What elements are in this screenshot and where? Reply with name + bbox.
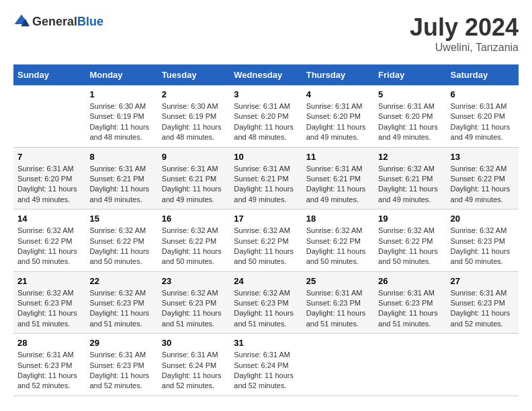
calendar-cell: 25Sunrise: 6:31 AMSunset: 6:23 PMDayligh… [302, 271, 374, 334]
day-info: Sunrise: 6:32 AMSunset: 6:21 PMDaylight:… [378, 164, 442, 205]
day-info: Sunrise: 6:32 AMSunset: 6:23 PMDaylight:… [89, 288, 153, 330]
day-number: 5 [378, 89, 442, 99]
week-row-4: 21Sunrise: 6:32 AMSunset: 6:23 PMDayligh… [13, 271, 519, 334]
day-number: 20 [451, 214, 515, 224]
header-cell-saturday: Saturday [447, 64, 519, 85]
day-info: Sunrise: 6:31 AMSunset: 6:23 PMDaylight:… [306, 288, 370, 330]
day-info: Sunrise: 6:32 AMSunset: 6:22 PMDaylight:… [451, 164, 515, 205]
calendar-cell: 20Sunrise: 6:32 AMSunset: 6:23 PMDayligh… [447, 210, 519, 272]
day-info: Sunrise: 6:31 AMSunset: 6:21 PMDaylight:… [162, 164, 226, 205]
calendar-cell: 24Sunrise: 6:32 AMSunset: 6:23 PMDayligh… [230, 271, 302, 334]
header-cell-friday: Friday [374, 64, 446, 85]
day-info: Sunrise: 6:31 AMSunset: 6:21 PMDaylight:… [234, 164, 298, 205]
day-number: 17 [234, 214, 298, 224]
week-row-1: 1Sunrise: 6:30 AMSunset: 6:19 PMDaylight… [13, 85, 519, 147]
day-number: 10 [234, 152, 298, 162]
calendar-cell: 31Sunrise: 6:31 AMSunset: 6:24 PMDayligh… [230, 334, 302, 396]
day-number: 4 [306, 89, 370, 99]
calendar-cell: 12Sunrise: 6:32 AMSunset: 6:21 PMDayligh… [374, 147, 446, 210]
day-info: Sunrise: 6:32 AMSunset: 6:23 PMDaylight:… [17, 288, 81, 330]
calendar-cell: 4Sunrise: 6:31 AMSunset: 6:20 PMDaylight… [302, 85, 374, 147]
day-info: Sunrise: 6:30 AMSunset: 6:19 PMDaylight:… [89, 101, 153, 143]
calendar-cell [447, 334, 519, 396]
calendar-cell: 23Sunrise: 6:32 AMSunset: 6:23 PMDayligh… [158, 271, 230, 334]
day-number: 22 [89, 276, 153, 286]
logo-icon [13, 13, 30, 30]
calendar-cell: 11Sunrise: 6:31 AMSunset: 6:21 PMDayligh… [302, 147, 374, 210]
logo: GeneralBlue [13, 13, 103, 30]
header-cell-wednesday: Wednesday [230, 64, 302, 85]
header-row: SundayMondayTuesdayWednesdayThursdayFrid… [13, 64, 519, 85]
calendar-cell [13, 85, 85, 147]
day-info: Sunrise: 6:31 AMSunset: 6:23 PMDaylight:… [89, 350, 153, 392]
header-cell-tuesday: Tuesday [158, 64, 230, 85]
calendar-table: SundayMondayTuesdayWednesdayThursdayFrid… [13, 64, 519, 396]
calendar-cell: 3Sunrise: 6:31 AMSunset: 6:20 PMDaylight… [230, 85, 302, 147]
calendar-cell: 8Sunrise: 6:31 AMSunset: 6:21 PMDaylight… [85, 147, 157, 210]
calendar-cell: 30Sunrise: 6:31 AMSunset: 6:24 PMDayligh… [158, 334, 230, 396]
day-info: Sunrise: 6:31 AMSunset: 6:24 PMDaylight:… [234, 350, 298, 392]
calendar-cell [374, 334, 446, 396]
day-info: Sunrise: 6:32 AMSunset: 6:22 PMDaylight:… [378, 226, 442, 267]
day-number: 21 [17, 276, 81, 286]
day-number: 27 [451, 276, 515, 286]
day-info: Sunrise: 6:31 AMSunset: 6:23 PMDaylight:… [451, 288, 515, 330]
day-number: 13 [451, 152, 515, 162]
calendar-cell: 29Sunrise: 6:31 AMSunset: 6:23 PMDayligh… [85, 334, 157, 396]
day-number: 18 [306, 214, 370, 224]
day-number: 15 [89, 214, 153, 224]
day-number: 14 [17, 214, 81, 224]
day-info: Sunrise: 6:31 AMSunset: 6:20 PMDaylight:… [306, 101, 370, 143]
day-number: 29 [89, 338, 153, 348]
day-number: 3 [234, 89, 298, 99]
calendar-header: SundayMondayTuesdayWednesdayThursdayFrid… [13, 64, 519, 85]
calendar-cell: 16Sunrise: 6:32 AMSunset: 6:22 PMDayligh… [158, 210, 230, 272]
day-number: 7 [17, 152, 81, 162]
calendar-cell: 5Sunrise: 6:31 AMSunset: 6:20 PMDaylight… [374, 85, 446, 147]
calendar-body: 1Sunrise: 6:30 AMSunset: 6:19 PMDaylight… [13, 85, 519, 396]
day-number: 19 [378, 214, 442, 224]
day-info: Sunrise: 6:31 AMSunset: 6:23 PMDaylight:… [17, 350, 81, 392]
day-info: Sunrise: 6:32 AMSunset: 6:23 PMDaylight:… [162, 288, 226, 330]
logo-text-general: General [32, 15, 77, 28]
day-number: 1 [89, 89, 153, 99]
day-number: 8 [89, 152, 153, 162]
day-info: Sunrise: 6:31 AMSunset: 6:23 PMDaylight:… [378, 288, 442, 330]
day-number: 16 [162, 214, 226, 224]
day-info: Sunrise: 6:31 AMSunset: 6:21 PMDaylight:… [306, 164, 370, 205]
calendar-cell: 13Sunrise: 6:32 AMSunset: 6:22 PMDayligh… [447, 147, 519, 210]
day-info: Sunrise: 6:32 AMSunset: 6:23 PMDaylight:… [451, 226, 515, 267]
day-number: 9 [162, 152, 226, 162]
logo-text-blue: Blue [77, 15, 103, 28]
calendar-cell: 22Sunrise: 6:32 AMSunset: 6:23 PMDayligh… [85, 271, 157, 334]
day-info: Sunrise: 6:32 AMSunset: 6:22 PMDaylight:… [234, 226, 298, 267]
calendar-cell: 15Sunrise: 6:32 AMSunset: 6:22 PMDayligh… [85, 210, 157, 272]
calendar-cell: 18Sunrise: 6:32 AMSunset: 6:22 PMDayligh… [302, 210, 374, 272]
day-info: Sunrise: 6:31 AMSunset: 6:21 PMDaylight:… [89, 164, 153, 205]
day-number: 26 [378, 276, 442, 286]
subtitle: Uwelini, Tanzania [410, 42, 519, 54]
day-info: Sunrise: 6:32 AMSunset: 6:22 PMDaylight:… [89, 226, 153, 267]
calendar-cell: 21Sunrise: 6:32 AMSunset: 6:23 PMDayligh… [13, 271, 85, 334]
page-header: GeneralBlue July 2024 Uwelini, Tanzania [13, 13, 519, 54]
calendar-cell: 17Sunrise: 6:32 AMSunset: 6:22 PMDayligh… [230, 210, 302, 272]
header-cell-sunday: Sunday [13, 64, 85, 85]
week-row-2: 7Sunrise: 6:31 AMSunset: 6:20 PMDaylight… [13, 147, 519, 210]
day-number: 6 [451, 89, 515, 99]
day-number: 23 [162, 276, 226, 286]
day-number: 31 [234, 338, 298, 348]
day-info: Sunrise: 6:31 AMSunset: 6:20 PMDaylight:… [451, 101, 515, 143]
calendar-cell [302, 334, 374, 396]
title-block: July 2024 Uwelini, Tanzania [410, 13, 519, 54]
day-info: Sunrise: 6:31 AMSunset: 6:20 PMDaylight:… [234, 101, 298, 143]
week-row-5: 28Sunrise: 6:31 AMSunset: 6:23 PMDayligh… [13, 334, 519, 396]
day-number: 24 [234, 276, 298, 286]
day-info: Sunrise: 6:31 AMSunset: 6:20 PMDaylight:… [17, 164, 81, 205]
day-info: Sunrise: 6:30 AMSunset: 6:19 PMDaylight:… [162, 101, 226, 143]
day-info: Sunrise: 6:32 AMSunset: 6:22 PMDaylight:… [306, 226, 370, 267]
calendar-cell: 9Sunrise: 6:31 AMSunset: 6:21 PMDaylight… [158, 147, 230, 210]
day-number: 12 [378, 152, 442, 162]
calendar-cell: 7Sunrise: 6:31 AMSunset: 6:20 PMDaylight… [13, 147, 85, 210]
calendar-cell: 26Sunrise: 6:31 AMSunset: 6:23 PMDayligh… [374, 271, 446, 334]
main-title: July 2024 [410, 13, 519, 42]
